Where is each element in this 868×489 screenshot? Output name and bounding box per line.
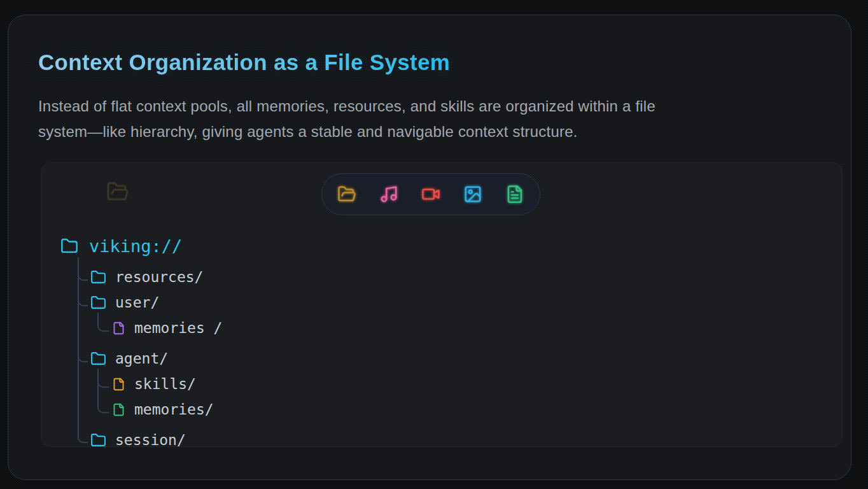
tree-connector	[97, 313, 109, 332]
music-icon[interactable]	[379, 185, 398, 204]
tree-item-label: resources/	[115, 269, 203, 285]
ghost-folder-open-icon	[106, 180, 129, 203]
tree-item-agent-memories[interactable]: memories/	[112, 401, 214, 418]
file-icon	[112, 378, 125, 391]
file-icon	[112, 403, 125, 416]
description-line-1: Instead of flat context pools, all memor…	[38, 94, 827, 119]
tree-item-resources[interactable]: resources/	[90, 269, 203, 285]
tree-item-label: viking://	[89, 236, 182, 256]
tree-item-user-memories[interactable]: memories /	[112, 320, 222, 336]
folder-icon	[90, 351, 106, 367]
tree-connector	[97, 369, 109, 413]
tree-item-label: memories/	[134, 401, 214, 418]
tree-item-agent-skills[interactable]: skills/	[112, 376, 196, 392]
tree-connector	[78, 257, 88, 443]
video-icon[interactable]	[421, 185, 440, 204]
tree-item-label: agent/	[115, 350, 168, 367]
folder-icon	[90, 269, 106, 285]
page-title: Context Organization as a File System	[38, 50, 450, 75]
image-icon[interactable]	[463, 185, 482, 204]
tree-item-label: skills/	[134, 376, 196, 392]
folder-icon	[60, 237, 78, 255]
media-type-toolbar	[321, 173, 540, 215]
description-line-2: system—like hierarchy, giving agents a s…	[38, 119, 827, 145]
file-text-icon[interactable]	[505, 185, 524, 204]
tree-item-viking-root[interactable]: viking://	[60, 236, 182, 256]
tree-item-label: user/	[115, 294, 159, 311]
folder-open-icon[interactable]	[337, 185, 356, 204]
tree-item-user[interactable]: user/	[90, 294, 159, 311]
folder-icon	[90, 295, 106, 311]
tree-item-agent[interactable]: agent/	[90, 350, 168, 367]
folder-icon	[90, 432, 106, 448]
file-icon	[112, 322, 125, 335]
tree-item-session[interactable]: session/	[90, 432, 186, 448]
tree-item-label: memories /	[134, 320, 222, 336]
page: Context Organization as a File System In…	[0, 0, 868, 489]
tree-item-label: session/	[115, 432, 186, 448]
page-description: Instead of flat context pools, all memor…	[38, 94, 827, 145]
